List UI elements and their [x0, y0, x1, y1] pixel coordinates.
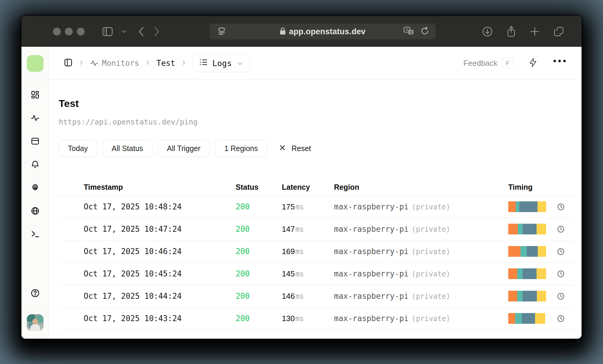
- clock-icon[interactable]: [557, 248, 565, 256]
- sidebar-item-settings[interactable]: [31, 183, 40, 193]
- tab-overview-icon[interactable]: [554, 26, 564, 37]
- filter-trigger-button[interactable]: All Trigger: [158, 140, 210, 157]
- filter-regions-button[interactable]: 1 Regions: [215, 140, 267, 157]
- timing-segment: [516, 201, 520, 212]
- column-header-timestamp[interactable]: Timestamp: [84, 183, 236, 192]
- share-icon[interactable]: [506, 26, 516, 37]
- log-timestamp: Oct 17, 2025 10:43:24: [84, 314, 236, 323]
- svg-text:A: A: [406, 27, 408, 32]
- timing-segment: [523, 224, 537, 234]
- sidebar-divider: [21, 80, 49, 80]
- sidebar-item-dashboard[interactable]: [31, 90, 40, 100]
- activity-icon: [90, 59, 98, 67]
- log-row[interactable]: Oct 17, 2025 10:48:24200175msmax-raspber…: [59, 196, 575, 218]
- log-row[interactable]: Oct 17, 2025 10:44:24200146msmax-raspber…: [59, 285, 575, 307]
- address-bar[interactable]: app.openstatus.dev A文: [209, 24, 436, 39]
- sidebar-item-status-pages[interactable]: [31, 137, 40, 147]
- log-region: max-raspberry-pi: [334, 292, 408, 301]
- timing-bar[interactable]: [508, 291, 546, 301]
- filter-bar: Today All Status All Trigger 1 Regions R…: [59, 140, 576, 157]
- address-text[interactable]: app.openstatus.dev: [289, 27, 366, 36]
- log-status-code: 200: [236, 247, 282, 256]
- log-status-code: 200: [236, 269, 282, 278]
- sidebar-toggle-icon[interactable]: [102, 27, 113, 36]
- clock-icon[interactable]: [557, 225, 565, 233]
- filter-status-button[interactable]: All Status: [102, 140, 153, 157]
- timing-bar[interactable]: [508, 313, 546, 324]
- column-header-status[interactable]: Status: [236, 183, 282, 192]
- timing-segment: [523, 268, 537, 279]
- forward-button[interactable]: [153, 26, 160, 37]
- timing-segment: [515, 313, 522, 324]
- downloads-icon[interactable]: [482, 26, 493, 37]
- breadcrumb-monitors[interactable]: Monitors: [90, 59, 139, 68]
- breadcrumb-test[interactable]: Test: [156, 59, 175, 68]
- log-region-note: (private): [411, 270, 450, 278]
- log-row[interactable]: Oct 17, 2025 10:47:24200147msmax-raspber…: [59, 218, 575, 240]
- breadcrumb-separator-icon: [181, 59, 187, 67]
- log-row[interactable]: Oct 17, 2025 10:46:24200169msmax-raspber…: [59, 240, 575, 263]
- app-sidebar: [21, 47, 49, 339]
- breadcrumb-separator-icon: [79, 59, 84, 67]
- clock-icon[interactable]: [557, 270, 565, 278]
- timing-bar[interactable]: [508, 201, 546, 212]
- timing-segment: [522, 313, 535, 324]
- log-latency-value: 146: [282, 292, 295, 301]
- timing-segment: [523, 291, 537, 301]
- timing-segment: [520, 246, 527, 257]
- sidebar-item-monitors[interactable]: [31, 113, 40, 124]
- column-header-timing[interactable]: Timing: [508, 183, 575, 192]
- sidebar-item-cli[interactable]: [31, 230, 40, 240]
- logs-dropdown-button[interactable]: Logs: [192, 55, 251, 72]
- log-status-code: 200: [236, 225, 282, 234]
- feedback-shortcut-badge: F: [502, 58, 513, 69]
- translate-icon[interactable]: A文: [403, 27, 415, 37]
- traffic-lights[interactable]: [53, 28, 85, 35]
- clock-icon[interactable]: [557, 315, 565, 323]
- clock-icon[interactable]: [557, 292, 565, 300]
- timing-segment: [535, 313, 545, 324]
- zoom-window-button[interactable]: [77, 28, 85, 35]
- log-row[interactable]: Oct 17, 2025 10:45:24200145msmax-raspber…: [59, 263, 575, 285]
- breadcrumb-separator-icon: [145, 59, 150, 67]
- log-status-code: 200: [236, 314, 282, 323]
- logs-dropdown-label: Logs: [212, 59, 232, 68]
- timing-bar[interactable]: [508, 224, 546, 234]
- timing-segment: [537, 268, 546, 279]
- log-timestamp: Oct 17, 2025 10:47:24: [84, 225, 236, 234]
- clock-icon[interactable]: [557, 203, 565, 211]
- tab-group-chevron-icon[interactable]: [121, 29, 127, 34]
- close-window-button[interactable]: [53, 28, 61, 35]
- column-header-latency[interactable]: Latency: [282, 183, 334, 192]
- new-tab-icon[interactable]: [530, 27, 540, 37]
- timing-bar[interactable]: [508, 268, 546, 279]
- log-region-note: (private): [411, 225, 450, 234]
- log-status-code: 200: [236, 202, 282, 211]
- sidebar-item-notifications[interactable]: [31, 160, 40, 170]
- more-options-icon[interactable]: •••: [553, 61, 568, 65]
- reset-filters-button[interactable]: Reset: [279, 144, 311, 153]
- back-button[interactable]: [138, 26, 144, 37]
- reload-icon[interactable]: [421, 27, 429, 37]
- list-icon: [199, 58, 208, 68]
- log-latency-value: 169: [282, 247, 295, 256]
- feedback-button[interactable]: Feedback: [463, 59, 497, 68]
- log-latency-value: 145: [282, 269, 295, 278]
- timing-segment: [508, 291, 517, 301]
- column-header-region[interactable]: Region: [334, 183, 508, 192]
- panel-toggle-icon[interactable]: [64, 58, 73, 68]
- log-latency-unit: ms: [295, 270, 304, 278]
- timing-bar[interactable]: [508, 246, 546, 257]
- minimize-window-button[interactable]: [65, 28, 73, 35]
- table-header-row: Timestamp Status Latency Region Timing: [59, 179, 575, 196]
- sidebar-item-regions[interactable]: [31, 206, 40, 217]
- workspace-avatar[interactable]: [27, 55, 43, 72]
- log-row[interactable]: Oct 17, 2025 10:43:24200130msmax-raspber…: [59, 307, 575, 330]
- user-avatar[interactable]: [27, 314, 43, 331]
- log-latency-unit: ms: [295, 203, 304, 211]
- browser-window: app.openstatus.dev A文: [21, 16, 582, 339]
- help-icon[interactable]: [30, 288, 40, 299]
- filter-date-button[interactable]: Today: [59, 140, 97, 157]
- quick-actions-icon[interactable]: [529, 57, 537, 69]
- timing-segment: [517, 268, 523, 279]
